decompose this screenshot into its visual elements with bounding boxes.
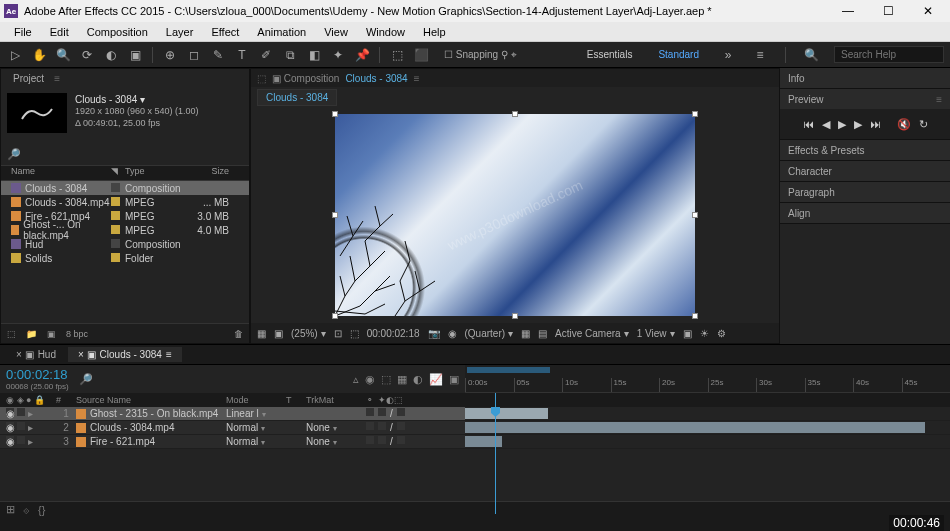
label-tag[interactable] xyxy=(111,197,120,206)
new-comp-icon[interactable]: ▣ xyxy=(47,329,56,339)
snapping-label[interactable]: ☐ Snapping ⚲ ⌖ xyxy=(444,49,517,61)
audio-toggle-icon[interactable] xyxy=(17,422,25,430)
col-type[interactable]: Type xyxy=(125,166,185,180)
shape-mode-icon[interactable]: ⬛ xyxy=(412,46,430,64)
col-tag[interactable]: ◥ xyxy=(111,166,125,180)
mask-mode-icon[interactable]: ⬚ xyxy=(388,46,406,64)
brainstorm-icon[interactable]: ▣ xyxy=(449,373,459,386)
text-tool-icon[interactable]: T xyxy=(233,46,251,64)
workspace-standard[interactable]: Standard xyxy=(652,47,705,62)
label-tag[interactable] xyxy=(111,225,120,234)
fast-preview-icon[interactable]: ▦ xyxy=(521,328,530,339)
parent-icon[interactable]: ⚬ xyxy=(366,395,374,405)
transform-handle[interactable] xyxy=(692,212,698,218)
layer-row[interactable]: ◉▸ 3 Fire - 621.mp4 Normal ▾ None ▾ / xyxy=(0,435,465,449)
toggle-in-out-icon[interactable]: {} xyxy=(38,504,45,516)
menu-layer[interactable]: Layer xyxy=(158,24,202,40)
project-item-row[interactable]: Clouds - 3084.mp4 MPEG ... MB xyxy=(1,195,249,209)
viewer-lock-icon[interactable]: ⬚ xyxy=(257,73,266,84)
maximize-button[interactable]: ☐ xyxy=(874,2,902,20)
timeline-icon[interactable]: ▤ xyxy=(538,328,547,339)
anchor-tool-icon[interactable]: ⊕ xyxy=(161,46,179,64)
toggle-modes-icon[interactable]: ⟐ xyxy=(23,504,30,516)
layer-track[interactable] xyxy=(465,435,950,449)
trkmat-dropdown[interactable]: None ▾ xyxy=(306,436,337,447)
viewer-flow-tab[interactable]: Clouds - 3084 xyxy=(257,89,337,106)
menu-effect[interactable]: Effect xyxy=(203,24,247,40)
selection-tool-icon[interactable]: ▷ xyxy=(6,46,24,64)
col-mode[interactable]: Mode xyxy=(226,395,286,405)
transform-handle[interactable] xyxy=(332,313,338,319)
orbit-tool-icon[interactable]: ⟳ xyxy=(78,46,96,64)
motion-blur-icon[interactable]: ◐ xyxy=(413,373,423,386)
transparency-grid-icon[interactable]: ▣ xyxy=(274,328,283,339)
transform-handle[interactable] xyxy=(332,111,338,117)
quality-dropdown[interactable]: (Quarter) ▾ xyxy=(465,328,514,339)
label-tag[interactable] xyxy=(111,211,120,220)
pen-tool-icon[interactable]: ✎ xyxy=(209,46,227,64)
menu-composition[interactable]: Composition xyxy=(79,24,156,40)
label-tag[interactable] xyxy=(111,253,120,262)
layer-track[interactable] xyxy=(465,407,950,421)
bpc-label[interactable]: 8 bpc xyxy=(66,329,88,339)
hide-shy-icon[interactable]: ⬚ xyxy=(381,373,391,386)
viewer-comp-name[interactable]: Clouds - 3084 xyxy=(345,73,407,84)
audio-toggle-icon[interactable] xyxy=(17,436,25,444)
viewer-timecode[interactable]: 00:00:02:18 xyxy=(367,328,420,339)
workspace-essentials[interactable]: Essentials xyxy=(581,47,639,62)
transform-handle[interactable] xyxy=(332,212,338,218)
viewer-canvas[interactable]: www.p30download.com xyxy=(251,107,779,323)
video-toggle-icon[interactable]: ◉ xyxy=(6,436,14,444)
blend-mode-dropdown[interactable]: Linear l ▾ xyxy=(226,408,266,419)
transform-handle[interactable] xyxy=(692,111,698,117)
play-icon[interactable]: ▶ xyxy=(838,118,846,131)
timeline-search-icon[interactable]: 🔎 xyxy=(79,373,93,386)
puppet-tool-icon[interactable]: 📌 xyxy=(353,46,371,64)
eraser-tool-icon[interactable]: ◧ xyxy=(305,46,323,64)
new-folder-icon[interactable]: 📁 xyxy=(26,329,37,339)
exposure-icon[interactable]: ☀ xyxy=(700,328,709,339)
menu-animation[interactable]: Animation xyxy=(249,24,314,40)
project-item-row[interactable]: Ghost -... On black.mp4 MPEG 4.0 MB xyxy=(1,223,249,237)
resolution-icon[interactable]: ⊡ xyxy=(334,328,342,339)
toggle-switches-icon[interactable]: ⊞ xyxy=(6,503,15,516)
timeline-tab-clouds[interactable]: × ▣ Clouds - 3084 ≡ xyxy=(68,347,182,362)
work-area[interactable] xyxy=(467,367,550,373)
col-source-name[interactable]: Source Name xyxy=(76,395,226,405)
roi-icon[interactable]: ⬚ xyxy=(350,328,359,339)
adjust-icon[interactable]: ⚙ xyxy=(717,328,726,339)
zoom-dropdown[interactable]: (25%) ▾ xyxy=(291,328,326,339)
layer-row[interactable]: ◉▸ 1 Ghost - 2315 - On black.mp4 Linear … xyxy=(0,407,465,421)
video-toggle-icon[interactable]: ◉ xyxy=(6,422,14,430)
align-panel-header[interactable]: Align xyxy=(780,203,950,223)
menu-file[interactable]: File xyxy=(6,24,40,40)
brush-tool-icon[interactable]: ✐ xyxy=(257,46,275,64)
info-panel-header[interactable]: Info xyxy=(780,68,950,88)
graph-editor-icon[interactable]: 📈 xyxy=(429,373,443,386)
paragraph-panel-header[interactable]: Paragraph xyxy=(780,182,950,202)
label-tag[interactable] xyxy=(111,183,120,192)
frame-blend-icon[interactable]: ▦ xyxy=(397,373,407,386)
view-dropdown[interactable]: 1 View ▾ xyxy=(637,328,675,339)
time-ruler[interactable]: 0:00s05s10s15s20s25s30s35s40s45s xyxy=(465,365,950,393)
mute-icon[interactable]: 🔇 xyxy=(897,118,911,131)
camera-tool-icon[interactable]: ▣ xyxy=(126,46,144,64)
rotate-tool-icon[interactable]: ◐ xyxy=(102,46,120,64)
project-item-row[interactable]: Solids Folder xyxy=(1,251,249,265)
menu-window[interactable]: Window xyxy=(358,24,413,40)
current-timecode[interactable]: 0:00:02:18 xyxy=(6,367,69,382)
layer-clip[interactable] xyxy=(465,422,925,433)
last-frame-icon[interactable]: ⏭ xyxy=(870,118,881,130)
blend-mode-dropdown[interactable]: Normal ▾ xyxy=(226,422,265,433)
prev-frame-icon[interactable]: ◀ xyxy=(822,118,830,131)
transform-handle[interactable] xyxy=(512,111,518,117)
project-item-row[interactable]: Hud Composition xyxy=(1,237,249,251)
project-item-row[interactable]: Clouds - 3084 Composition xyxy=(1,181,249,195)
snapshot-icon[interactable]: 📷 xyxy=(428,328,440,339)
col-trkmat[interactable]: TrkMat xyxy=(306,395,356,405)
always-preview-icon[interactable]: ▦ xyxy=(257,328,266,339)
col-size[interactable]: Size xyxy=(185,166,235,180)
clone-tool-icon[interactable]: ⧉ xyxy=(281,46,299,64)
minimize-button[interactable]: — xyxy=(834,2,862,20)
label-tag[interactable] xyxy=(111,239,120,248)
